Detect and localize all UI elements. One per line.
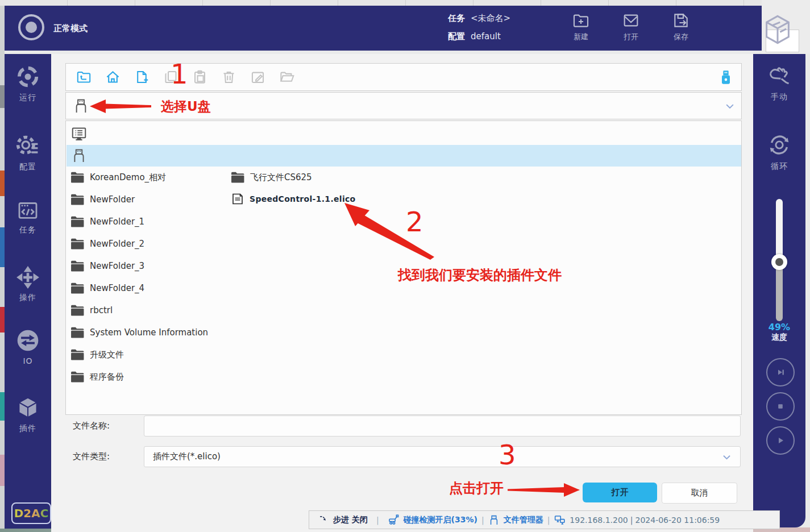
open-folder-button[interactable] (279, 69, 294, 85)
annotation-arrow-diagonal (341, 201, 439, 262)
file-row[interactable]: rbctrl (70, 302, 113, 318)
operate-icon (16, 265, 40, 289)
desktop-fragment (0, 455, 5, 486)
step-next-icon (774, 365, 787, 379)
file-type-select[interactable]: 插件文件(*.elico) (144, 446, 741, 467)
save-task-button[interactable]: 保存 (667, 11, 695, 42)
stop-icon (774, 400, 787, 413)
file-name: NewFolder_4 (90, 283, 144, 293)
new-task-label: 新建 (574, 32, 588, 42)
sidebar-item-operate[interactable]: 操作 (5, 265, 51, 303)
cancel-button[interactable]: 取消 (662, 483, 737, 504)
sidebar-item-run[interactable]: 运行 (5, 64, 51, 103)
file-row[interactable]: NewFolder_1 (70, 214, 144, 230)
sidebar-item-label: 循环 (771, 161, 788, 172)
folder-icon (70, 193, 85, 206)
play-icon (774, 434, 787, 447)
folder-icon (70, 215, 85, 228)
divider: | (376, 516, 379, 525)
step-mode-text[interactable]: 步进 关闭 (333, 515, 368, 525)
paste-button[interactable] (192, 69, 207, 85)
sidebar-item-label: 插件 (19, 423, 36, 434)
sidebar-item-config[interactable]: 配置 (5, 134, 51, 172)
sidebar-item-label: 运行 (19, 93, 36, 103)
speed-value: 49% (753, 322, 805, 332)
file-name: KoreanDemo_相对 (90, 172, 166, 183)
home-button[interactable] (105, 69, 121, 85)
open-task-icon (622, 11, 640, 30)
stop-button[interactable] (766, 392, 795, 421)
file-row[interactable]: NewFolder_2 (70, 236, 144, 252)
ip-address: 192.168.1.200 (570, 516, 628, 525)
file-manager-text[interactable]: 文件管理器 (504, 515, 543, 525)
sidebar-item-manual[interactable]: 手动 (753, 64, 805, 102)
rename-button[interactable] (250, 69, 265, 85)
d2ac-badge[interactable]: D2AC (11, 502, 51, 524)
file-row[interactable]: 飞行文件CS625 (231, 169, 312, 185)
play-button[interactable] (766, 426, 795, 455)
desktop-left-strip (0, 6, 5, 529)
sidebar-item-task[interactable]: 任务 (5, 199, 51, 235)
open-task-button[interactable]: 打开 (617, 11, 645, 42)
divider: | (547, 516, 550, 525)
file-name-input[interactable] (144, 415, 741, 437)
folder-icon (70, 171, 85, 184)
file-row[interactable]: 升级文件 (70, 347, 124, 363)
right-sidebar: 手动 循环 49% 速度 (753, 54, 805, 527)
save-task-icon (672, 11, 690, 30)
file-row[interactable]: 程序备份 (70, 369, 124, 385)
computer-icon (70, 126, 88, 143)
file-toolbar (65, 63, 742, 91)
folder-icon (70, 282, 85, 294)
run-icon (15, 64, 40, 89)
app-window: 正常模式 任务 <未命名> 配置 default 新建 打开 保存 (0, 0, 810, 532)
folder-icon (70, 238, 85, 250)
file-row[interactable]: NewFolder_4 (70, 280, 144, 296)
new-task-button[interactable]: 新建 (567, 11, 595, 42)
config-icon (15, 134, 40, 159)
sidebar-item-plugin[interactable]: 插件 (5, 395, 51, 434)
step-next-button[interactable] (766, 358, 795, 386)
annotation-step2-text: 找到我们要安装的插件文件 (398, 266, 562, 284)
top-bar: 正常模式 任务 <未命名> 配置 default 新建 打开 保存 (5, 6, 762, 51)
sidebar-item-loop[interactable]: 循环 (753, 132, 805, 172)
annotation-step1-text: 选择U盘 (161, 98, 211, 115)
desktop-fragment (0, 392, 5, 421)
step-mode-icon (318, 514, 329, 525)
desktop-top-strip (0, 0, 810, 6)
new-file-button[interactable] (134, 69, 149, 85)
file-manager-usb-icon (488, 514, 500, 526)
file-name: 飞行文件CS625 (250, 172, 312, 183)
device-row-usb[interactable] (67, 145, 741, 167)
annotation-step1-number: 1 (171, 60, 188, 88)
new-task-icon (572, 11, 590, 30)
divider: | (481, 516, 484, 525)
record-mode-icon[interactable] (15, 11, 48, 44)
file-row[interactable]: System Volume Information (70, 325, 208, 340)
collision-icon (388, 514, 400, 526)
usb-device-button[interactable] (718, 69, 734, 85)
delete-button[interactable] (221, 69, 236, 85)
sidebar-item-io[interactable]: IO (5, 328, 51, 365)
folder-up-button[interactable] (76, 69, 92, 85)
desktop-fragment (0, 171, 5, 196)
file-name: NewFolder (90, 194, 135, 205)
file-row[interactable]: NewFolder_3 (70, 258, 144, 274)
sidebar-item-label: IO (23, 356, 32, 365)
desktop-fragment (0, 307, 5, 332)
file-row-plugin[interactable]: SpeedControl-1.1.elico (231, 191, 356, 207)
collision-text[interactable]: 碰撞检测开启(33%) (404, 515, 477, 525)
sidebar-item-label: 配置 (19, 162, 36, 172)
file-name: NewFolder_1 (90, 217, 144, 227)
datetime: 2024-06-20 11:06:59 (635, 516, 720, 525)
file-row[interactable]: NewFolder (70, 192, 135, 207)
file-row[interactable]: KoreanDemo_相对 (70, 169, 166, 185)
left-sidebar: 运行 配置 任务 操作 IO 插件 D2AC (5, 54, 51, 529)
file-name: System Volume Information (90, 327, 208, 338)
status-bar: 步进 关闭 | 碰撞检测开启(33%) | 文件管理器 | 192.168.1.… (309, 510, 780, 529)
open-button[interactable]: 打开 (583, 483, 657, 502)
device-row-local[interactable] (66, 123, 741, 145)
file-name: 程序备份 (90, 372, 124, 383)
mode-label: 正常模式 (53, 23, 88, 34)
file-name: 升级文件 (90, 350, 124, 360)
